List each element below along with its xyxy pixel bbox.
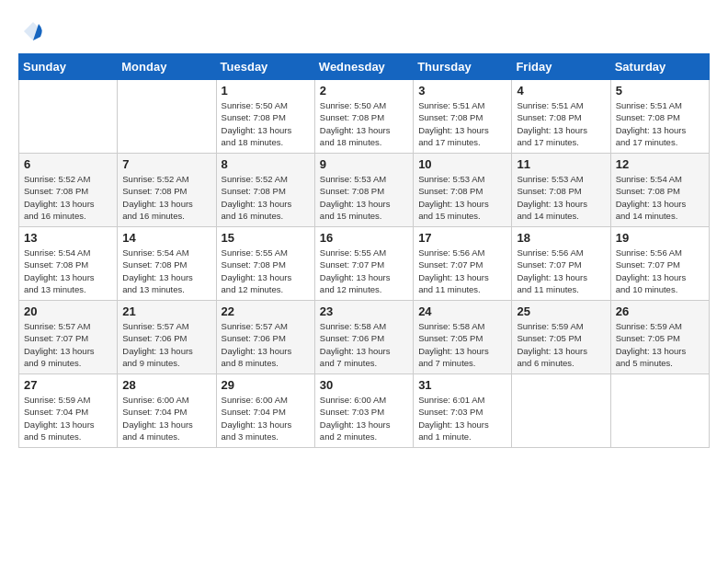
day-number: 15 bbox=[222, 231, 310, 245]
week-row-3: 13Sunrise: 5:54 AM Sunset: 7:08 PM Dayli… bbox=[19, 227, 710, 301]
day-number: 5 bbox=[616, 84, 704, 98]
day-header-tuesday: Tuesday bbox=[216, 54, 314, 80]
day-info: Sunrise: 5:56 AM Sunset: 7:07 PM Dayligh… bbox=[418, 247, 506, 295]
day-info: Sunrise: 5:53 AM Sunset: 7:08 PM Dayligh… bbox=[517, 173, 605, 222]
day-info: Sunrise: 5:58 AM Sunset: 7:05 PM Dayligh… bbox=[418, 320, 506, 369]
day-number: 25 bbox=[517, 304, 605, 318]
day-header-saturday: Saturday bbox=[610, 54, 709, 80]
day-info: Sunrise: 5:52 AM Sunset: 7:08 PM Dayligh… bbox=[122, 173, 210, 222]
calendar-cell: 15Sunrise: 5:55 AM Sunset: 7:08 PM Dayli… bbox=[216, 227, 314, 301]
day-info: Sunrise: 5:54 AM Sunset: 7:08 PM Dayligh… bbox=[122, 247, 210, 295]
calendar-cell: 29Sunrise: 6:00 AM Sunset: 7:04 PM Dayli… bbox=[216, 374, 314, 448]
calendar-cell: 20Sunrise: 5:57 AM Sunset: 7:07 PM Dayli… bbox=[19, 301, 118, 374]
day-number: 14 bbox=[122, 231, 210, 245]
day-number: 19 bbox=[616, 231, 704, 245]
calendar-cell: 24Sunrise: 5:58 AM Sunset: 7:05 PM Dayli… bbox=[414, 301, 512, 374]
calendar-cell: 30Sunrise: 6:00 AM Sunset: 7:03 PM Dayli… bbox=[314, 374, 413, 448]
calendar-cell: 7Sunrise: 5:52 AM Sunset: 7:08 PM Daylig… bbox=[118, 154, 216, 227]
day-info: Sunrise: 6:00 AM Sunset: 7:03 PM Dayligh… bbox=[320, 394, 408, 442]
day-info: Sunrise: 5:51 AM Sunset: 7:08 PM Dayligh… bbox=[616, 99, 704, 148]
calendar-cell: 28Sunrise: 6:00 AM Sunset: 7:04 PM Dayli… bbox=[118, 374, 216, 448]
day-info: Sunrise: 5:53 AM Sunset: 7:08 PM Dayligh… bbox=[418, 173, 506, 222]
day-number: 18 bbox=[517, 231, 605, 245]
day-number: 10 bbox=[418, 157, 506, 171]
day-number: 2 bbox=[320, 84, 408, 98]
calendar-cell: 13Sunrise: 5:54 AM Sunset: 7:08 PM Dayli… bbox=[19, 227, 118, 301]
week-row-1: 1Sunrise: 5:50 AM Sunset: 7:08 PM Daylig… bbox=[19, 80, 710, 154]
logo bbox=[18, 18, 46, 44]
day-header-monday: Monday bbox=[118, 54, 216, 80]
day-info: Sunrise: 5:54 AM Sunset: 7:08 PM Dayligh… bbox=[24, 247, 112, 295]
calendar-cell: 9Sunrise: 5:53 AM Sunset: 7:08 PM Daylig… bbox=[314, 154, 413, 227]
day-info: Sunrise: 5:56 AM Sunset: 7:07 PM Dayligh… bbox=[517, 247, 605, 295]
day-info: Sunrise: 5:52 AM Sunset: 7:08 PM Dayligh… bbox=[222, 173, 310, 222]
day-info: Sunrise: 6:00 AM Sunset: 7:04 PM Dayligh… bbox=[222, 394, 310, 442]
day-number: 26 bbox=[616, 304, 704, 318]
day-number: 6 bbox=[24, 157, 112, 171]
day-header-sunday: Sunday bbox=[19, 54, 118, 80]
calendar-cell: 16Sunrise: 5:55 AM Sunset: 7:07 PM Dayli… bbox=[314, 227, 413, 301]
calendar-cell: 11Sunrise: 5:53 AM Sunset: 7:08 PM Dayli… bbox=[512, 154, 610, 227]
day-info: Sunrise: 5:52 AM Sunset: 7:08 PM Dayligh… bbox=[24, 173, 112, 222]
calendar-cell: 31Sunrise: 6:01 AM Sunset: 7:03 PM Dayli… bbox=[414, 374, 512, 448]
day-info: Sunrise: 5:59 AM Sunset: 7:05 PM Dayligh… bbox=[616, 320, 704, 369]
calendar-cell bbox=[118, 80, 216, 154]
header bbox=[18, 18, 710, 44]
day-header-thursday: Thursday bbox=[414, 54, 512, 80]
week-row-2: 6Sunrise: 5:52 AM Sunset: 7:08 PM Daylig… bbox=[19, 154, 710, 227]
calendar-cell: 26Sunrise: 5:59 AM Sunset: 7:05 PM Dayli… bbox=[610, 301, 709, 374]
calendar-cell: 23Sunrise: 5:58 AM Sunset: 7:06 PM Dayli… bbox=[314, 301, 413, 374]
day-header-friday: Friday bbox=[512, 54, 610, 80]
calendar-cell: 27Sunrise: 5:59 AM Sunset: 7:04 PM Dayli… bbox=[19, 374, 118, 448]
calendar-cell: 19Sunrise: 5:56 AM Sunset: 7:07 PM Dayli… bbox=[610, 227, 709, 301]
calendar-cell bbox=[610, 374, 709, 448]
day-info: Sunrise: 5:56 AM Sunset: 7:07 PM Dayligh… bbox=[616, 247, 704, 295]
day-number: 17 bbox=[418, 231, 506, 245]
calendar-cell: 14Sunrise: 5:54 AM Sunset: 7:08 PM Dayli… bbox=[118, 227, 216, 301]
day-number: 28 bbox=[122, 378, 210, 392]
day-number: 3 bbox=[418, 84, 506, 98]
week-row-5: 27Sunrise: 5:59 AM Sunset: 7:04 PM Dayli… bbox=[19, 374, 710, 448]
calendar-cell: 10Sunrise: 5:53 AM Sunset: 7:08 PM Dayli… bbox=[414, 154, 512, 227]
calendar-cell: 5Sunrise: 5:51 AM Sunset: 7:08 PM Daylig… bbox=[610, 80, 709, 154]
days-header-row: SundayMondayTuesdayWednesdayThursdayFrid… bbox=[19, 54, 710, 80]
day-info: Sunrise: 5:55 AM Sunset: 7:07 PM Dayligh… bbox=[320, 247, 408, 295]
day-info: Sunrise: 5:54 AM Sunset: 7:08 PM Dayligh… bbox=[616, 173, 704, 222]
calendar-cell bbox=[19, 80, 118, 154]
week-row-4: 20Sunrise: 5:57 AM Sunset: 7:07 PM Dayli… bbox=[19, 301, 710, 374]
calendar-cell: 17Sunrise: 5:56 AM Sunset: 7:07 PM Dayli… bbox=[414, 227, 512, 301]
day-number: 7 bbox=[122, 157, 210, 171]
day-header-wednesday: Wednesday bbox=[314, 54, 413, 80]
day-number: 12 bbox=[616, 157, 704, 171]
day-info: Sunrise: 5:57 AM Sunset: 7:07 PM Dayligh… bbox=[24, 320, 112, 369]
day-number: 1 bbox=[222, 84, 310, 98]
day-number: 8 bbox=[222, 157, 310, 171]
calendar-cell: 2Sunrise: 5:50 AM Sunset: 7:08 PM Daylig… bbox=[314, 80, 413, 154]
day-info: Sunrise: 5:57 AM Sunset: 7:06 PM Dayligh… bbox=[222, 320, 310, 369]
calendar-cell: 8Sunrise: 5:52 AM Sunset: 7:08 PM Daylig… bbox=[216, 154, 314, 227]
day-info: Sunrise: 5:59 AM Sunset: 7:04 PM Dayligh… bbox=[24, 394, 112, 442]
day-number: 20 bbox=[24, 304, 112, 318]
calendar-cell: 18Sunrise: 5:56 AM Sunset: 7:07 PM Dayli… bbox=[512, 227, 610, 301]
day-info: Sunrise: 5:51 AM Sunset: 7:08 PM Dayligh… bbox=[517, 99, 605, 148]
day-number: 9 bbox=[320, 157, 408, 171]
day-info: Sunrise: 6:01 AM Sunset: 7:03 PM Dayligh… bbox=[418, 394, 506, 442]
day-number: 24 bbox=[418, 304, 506, 318]
day-info: Sunrise: 6:00 AM Sunset: 7:04 PM Dayligh… bbox=[122, 394, 210, 442]
day-info: Sunrise: 5:50 AM Sunset: 7:08 PM Dayligh… bbox=[320, 99, 408, 148]
day-number: 31 bbox=[418, 378, 506, 392]
day-number: 23 bbox=[320, 304, 408, 318]
calendar-cell: 6Sunrise: 5:52 AM Sunset: 7:08 PM Daylig… bbox=[19, 154, 118, 227]
day-info: Sunrise: 5:59 AM Sunset: 7:05 PM Dayligh… bbox=[517, 320, 605, 369]
calendar-cell: 22Sunrise: 5:57 AM Sunset: 7:06 PM Dayli… bbox=[216, 301, 314, 374]
day-info: Sunrise: 5:50 AM Sunset: 7:08 PM Dayligh… bbox=[222, 99, 310, 148]
day-number: 30 bbox=[320, 378, 408, 392]
day-number: 22 bbox=[222, 304, 310, 318]
day-info: Sunrise: 5:51 AM Sunset: 7:08 PM Dayligh… bbox=[418, 99, 506, 148]
day-number: 16 bbox=[320, 231, 408, 245]
day-info: Sunrise: 5:55 AM Sunset: 7:08 PM Dayligh… bbox=[222, 247, 310, 295]
day-number: 29 bbox=[222, 378, 310, 392]
calendar-cell: 1Sunrise: 5:50 AM Sunset: 7:08 PM Daylig… bbox=[216, 80, 314, 154]
calendar-cell: 4Sunrise: 5:51 AM Sunset: 7:08 PM Daylig… bbox=[512, 80, 610, 154]
day-number: 27 bbox=[24, 378, 112, 392]
